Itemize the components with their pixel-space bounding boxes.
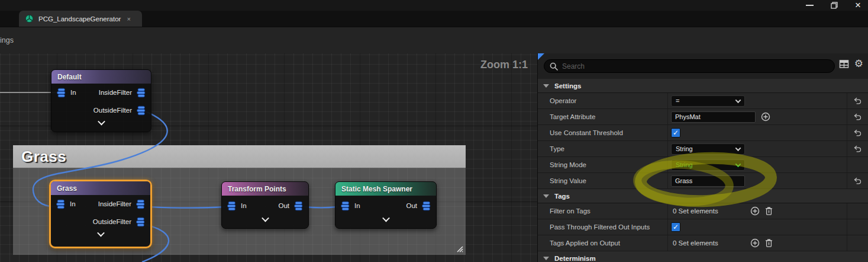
section-collapse-icon	[543, 257, 549, 260]
clear-elements-trash-icon[interactable]	[765, 238, 773, 248]
pin-icon	[135, 199, 146, 209]
pcg-asset-icon	[25, 14, 34, 23]
panel-drag-corner	[538, 53, 544, 60]
pin-spawner-in[interactable]: In	[340, 201, 360, 211]
string-value-input[interactable]	[671, 175, 745, 187]
chevron-down-icon	[382, 215, 390, 222]
node-collapse-button[interactable]	[335, 216, 436, 226]
tab-strip: PCG_LandscapeGenerator ×	[0, 11, 868, 27]
pin-default-outsidefilter[interactable]: OutsideFilter	[93, 106, 146, 116]
chevron-down-icon	[98, 118, 105, 126]
zoom-level-label: Zoom 1:1	[480, 59, 528, 71]
chevron-down-icon	[735, 161, 741, 167]
unreal-pcg-editor-window: × PCG_LandscapeGenerator × ings Zoom 1:1…	[0, 0, 868, 262]
node-transform-points[interactable]: Transform Points In Out	[221, 181, 309, 229]
details-panel: ⚙ Settings Operator = Target Att	[537, 53, 868, 262]
chevron-down-icon	[735, 145, 741, 151]
section-tags[interactable]: Tags	[538, 189, 868, 203]
add-attribute-icon[interactable]	[761, 112, 770, 122]
add-element-icon[interactable]	[750, 238, 760, 248]
node-title: Static Mesh Spawner	[341, 185, 412, 193]
pcg-graph-canvas[interactable]: Zoom 1:1 Grass	[0, 53, 537, 262]
node-title: Grass	[57, 184, 77, 193]
node-title: Transform Points	[228, 185, 286, 193]
minimize-icon	[806, 5, 814, 6]
reset-to-default-icon[interactable]	[854, 129, 862, 138]
reset-to-default-icon[interactable]	[854, 97, 862, 106]
comment-resize-handle[interactable]	[455, 244, 464, 253]
node-collapse-button[interactable]	[222, 216, 308, 226]
string-mode-dropdown[interactable]: String	[671, 159, 745, 171]
section-collapse-icon	[543, 84, 549, 88]
tab-close-icon[interactable]: ×	[127, 15, 130, 23]
pin-icon	[135, 217, 146, 227]
restore-button[interactable]	[831, 2, 838, 9]
target-attribute-input[interactable]	[671, 111, 756, 123]
row-target-attribute: Target Attribute	[538, 109, 868, 125]
minimize-button[interactable]	[806, 5, 814, 6]
node-grass[interactable]: Grass In InsideFilter OutsideFilter	[49, 180, 152, 248]
comment-title: Grass	[21, 148, 66, 166]
tab-label: PCG_LandscapeGenerator	[38, 15, 121, 23]
chevron-down-icon	[97, 229, 105, 237]
node-transform-header[interactable]: Transform Points	[222, 182, 308, 196]
pin-icon	[227, 201, 237, 211]
gear-icon[interactable]: ⚙	[854, 59, 863, 69]
node-spawner-header[interactable]: Static Mesh Spawner	[335, 182, 436, 196]
node-static-mesh-spawner[interactable]: Static Mesh Spawner In Out	[335, 181, 437, 229]
search-input[interactable]	[562, 62, 829, 71]
pin-default-in[interactable]: In	[56, 88, 76, 98]
node-title: Default	[57, 73, 82, 81]
row-tags-applied: Tags Applied on Output 0 Set elements	[538, 235, 868, 251]
pin-grass-outsidefilter[interactable]: OutsideFilter	[93, 217, 146, 227]
pin-icon	[340, 201, 350, 211]
row-pass-through: Pass Through Filtered Out Inputs ✓	[538, 219, 868, 235]
row-string-mode: String Mode String	[538, 157, 868, 173]
section-collapse-icon	[543, 194, 549, 198]
reset-to-default-icon[interactable]	[854, 113, 862, 122]
pin-default-insidefilter[interactable]: InsideFilter	[99, 88, 146, 98]
display-filter-icon[interactable]	[839, 59, 849, 69]
section-settings[interactable]: Settings	[538, 79, 868, 93]
pin-transform-out[interactable]: Out	[278, 201, 304, 211]
node-collapse-button[interactable]	[51, 119, 151, 130]
search-box[interactable]	[544, 59, 835, 73]
operator-dropdown[interactable]: =	[671, 95, 745, 107]
clear-elements-trash-icon[interactable]	[765, 206, 773, 216]
reset-to-default-icon[interactable]	[854, 145, 862, 154]
pass-through-checkbox[interactable]: ✓	[671, 222, 680, 232]
pin-icon	[56, 199, 66, 209]
chevron-down-icon	[262, 215, 269, 222]
toolbar-clipped-label: ings	[0, 27, 14, 54]
comment-header[interactable]: Grass	[13, 145, 466, 168]
row-string-value: String Value	[538, 173, 868, 189]
row-use-constant-threshold: Use Constant Threshold ✓	[538, 125, 868, 141]
node-grass-header[interactable]: Grass	[51, 181, 150, 195]
tab-pcg-landscapegenerator[interactable]: PCG_LandscapeGenerator ×	[19, 11, 142, 27]
close-window-button[interactable]: ×	[855, 1, 861, 9]
chevron-down-icon	[735, 97, 741, 103]
restore-icon	[831, 2, 838, 9]
section-determinism[interactable]: Determinism	[538, 251, 868, 262]
pin-icon	[293, 201, 304, 211]
row-operator: Operator =	[538, 93, 868, 109]
pin-icon	[136, 106, 146, 116]
pin-icon	[136, 88, 146, 98]
add-element-icon[interactable]	[750, 206, 760, 216]
pin-icon	[56, 88, 66, 98]
pin-transform-in[interactable]: In	[227, 201, 247, 211]
type-dropdown[interactable]: String	[671, 143, 745, 155]
node-default[interactable]: Default In InsideFilter OutsideFilter	[51, 69, 151, 132]
reset-to-default-icon[interactable]	[854, 177, 862, 186]
node-default-header[interactable]: Default	[51, 70, 151, 84]
node-collapse-button[interactable]	[51, 231, 150, 241]
row-type: Type String	[538, 141, 868, 157]
pin-grass-in[interactable]: In	[56, 199, 76, 209]
title-bar: ×	[0, 0, 868, 11]
pin-grass-insidefilter[interactable]: InsideFilter	[98, 199, 146, 209]
pin-icon	[421, 201, 431, 211]
search-icon	[550, 62, 558, 71]
pin-spawner-out[interactable]: Out	[406, 201, 431, 211]
use-constant-threshold-checkbox[interactable]: ✓	[671, 128, 680, 138]
toolbar: ings	[0, 27, 868, 53]
